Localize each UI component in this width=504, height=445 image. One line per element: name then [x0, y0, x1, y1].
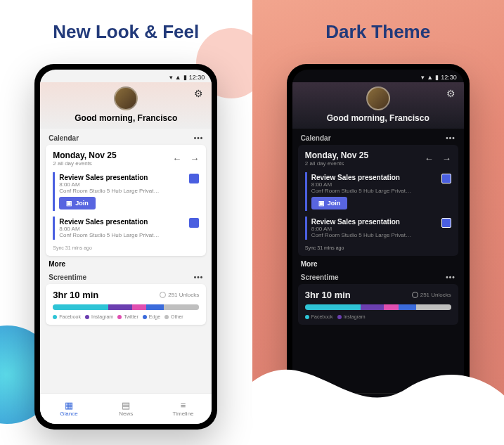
arrow-left-icon[interactable]: ← — [425, 153, 434, 164]
calendar-card: Monday, Nov 25 2 all day events ← → Revi… — [298, 145, 458, 256]
status-bar: ▾ ▲ ▮ 12:30 — [292, 70, 464, 82]
screentime-more-icon[interactable]: ••• — [194, 273, 204, 281]
bar-segment-other — [416, 304, 451, 310]
legend-swatch — [164, 315, 169, 319]
calendar-more-icon[interactable]: ••• — [194, 134, 204, 142]
nav-news[interactable]: ▤News — [98, 394, 155, 424]
legend-label: Other — [171, 314, 183, 319]
battery-icon: ▮ — [435, 74, 439, 81]
bar-segment-instagram — [361, 304, 384, 310]
calendar-date: Monday, Nov 25 — [305, 150, 368, 160]
teams-icon — [189, 218, 199, 228]
teams-icon — [441, 218, 451, 228]
battery-icon: ▮ — [183, 74, 187, 81]
event-location: Conf Room Studio 5 Hub Large Privat… — [59, 232, 172, 238]
legend-item: Edge — [143, 314, 160, 319]
gear-icon[interactable]: ⚙ — [446, 88, 455, 99]
calendar-heading: Calendar — [49, 134, 79, 142]
calendar-card: Monday, Nov 25 2 all day events ← → Revi… — [46, 145, 206, 256]
screentime-total: 3hr 10 min — [305, 290, 351, 300]
avatar[interactable] — [366, 86, 390, 110]
calendar-event[interactable]: Review Sales presentation 8:00 AM Conf R… — [53, 217, 199, 240]
legend-item: Instagram — [337, 314, 366, 319]
teams-icon — [189, 174, 199, 183]
status-time: 12:30 — [189, 74, 205, 81]
calendar-more-link[interactable]: More — [301, 260, 455, 268]
avatar[interactable] — [114, 86, 138, 110]
screentime-legend: FacebookInstagram — [305, 314, 451, 319]
greeting: Good morning, Francisco — [40, 113, 212, 123]
screentime-card[interactable]: 3hr 10 min 251 Unlocks FacebookInstagram… — [46, 284, 206, 325]
legend-swatch — [53, 315, 57, 319]
nav-label: Glance — [60, 411, 77, 417]
video-icon: ▣ — [318, 200, 325, 207]
screentime-card[interactable]: 3hr 10 min 251 Unlocks FacebookInstagram — [298, 284, 458, 325]
panel-title-right: Dark Theme — [325, 21, 430, 43]
bar-segment-other — [164, 304, 199, 310]
legend-label: Edge — [149, 314, 160, 319]
event-time: 8:00 AM — [59, 181, 199, 188]
wifi-icon: ▲ — [175, 74, 181, 81]
screentime-legend: FacebookInstagramTwitterEdgeOther — [53, 314, 199, 319]
nav-glance[interactable]: ▦Glance — [40, 394, 97, 424]
nav-icon: ≡ — [181, 401, 186, 410]
join-button[interactable]: ▣ Join — [59, 197, 96, 209]
legend-item: Twitter — [117, 314, 138, 319]
sync-status: Sync 31 mins ago — [305, 245, 451, 250]
arrow-right-icon[interactable]: → — [190, 153, 199, 164]
calendar-more-icon[interactable]: ••• — [446, 134, 455, 142]
legend-swatch — [305, 315, 309, 319]
nav-icon: ▦ — [374, 401, 382, 410]
video-icon: ▣ — [66, 200, 72, 207]
event-time: 8:00 AM — [59, 226, 199, 232]
join-button[interactable]: ▣ Join — [311, 197, 348, 209]
phone-light: ▾ ▲ ▮ 12:30 ⚙ Good morning, Francisco Ca… — [34, 64, 217, 430]
legend-item: Facebook — [53, 314, 81, 319]
screentime-unlocks: 251 Unlocks — [160, 292, 199, 298]
event-time: 8:00 AM — [311, 181, 451, 188]
nav-label: Timeline — [173, 411, 194, 417]
panel-title-left: New Look & Feel — [53, 21, 199, 43]
nav-label: News — [119, 411, 133, 417]
arrow-left-icon[interactable]: ← — [172, 153, 181, 164]
nav-icon: ▦ — [65, 401, 73, 410]
screentime-bar — [53, 304, 199, 310]
legend-label: Facebook — [311, 314, 333, 319]
bar-segment-edge — [146, 304, 164, 310]
screentime-heading: Screentime — [49, 273, 86, 281]
arrow-right-icon[interactable]: → — [442, 153, 451, 164]
legend-label: Facebook — [59, 314, 81, 319]
nav-icon: ▤ — [122, 401, 130, 410]
calendar-event[interactable]: Review Sales presentation 8:00 AM Conf R… — [305, 217, 451, 240]
greeting: Good morning, Francisco — [292, 113, 464, 123]
calendar-more-link[interactable]: More — [49, 260, 203, 268]
event-location: Conf Room Studio 5 Hub Large Privat… — [59, 188, 172, 194]
wifi-icon: ▲ — [427, 74, 433, 81]
screentime-more-icon[interactable]: ••• — [446, 273, 455, 281]
legend-swatch — [337, 315, 342, 319]
calendar-event[interactable]: Review Sales presentation 8:00 AM Conf R… — [305, 172, 451, 211]
legend-label: Twitter — [124, 314, 138, 319]
nav-timeline[interactable]: ≡Timeline — [155, 394, 212, 424]
nav-label: Glance — [369, 411, 387, 417]
screentime-bar — [305, 304, 451, 310]
sync-status: Sync 31 mins ago — [53, 245, 199, 250]
status-time: 12:30 — [441, 74, 457, 81]
nav-glance[interactable]: ▦Glance — [292, 394, 464, 424]
teams-icon — [441, 174, 451, 183]
calendar-heading: Calendar — [301, 134, 331, 142]
bar-segment-instagram — [108, 304, 131, 310]
legend-item: Instagram — [85, 314, 113, 319]
fingerprint-icon — [412, 292, 418, 298]
legend-swatch — [143, 315, 147, 319]
bar-segment-twitter — [384, 304, 399, 310]
screentime-total: 3hr 10 min — [53, 290, 98, 300]
event-title: Review Sales presentation — [59, 174, 199, 181]
gear-icon[interactable]: ⚙ — [194, 88, 203, 99]
event-time: 8:00 AM — [311, 226, 451, 232]
event-title: Review Sales presentation — [311, 218, 451, 226]
signal-icon: ▾ — [421, 74, 425, 81]
bottom-nav: ▦Glance — [292, 393, 464, 424]
legend-swatch — [117, 315, 122, 319]
calendar-event[interactable]: Review Sales presentation 8:00 AM Conf R… — [53, 172, 199, 211]
